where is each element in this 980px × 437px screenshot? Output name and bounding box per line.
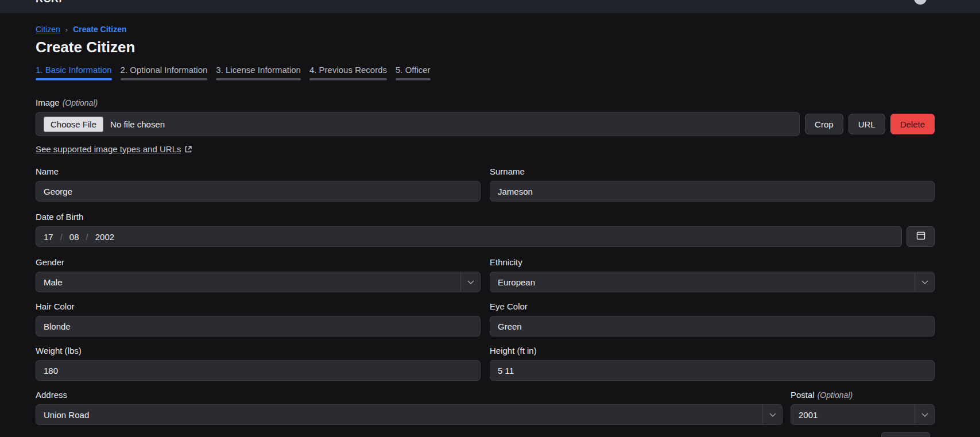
dob-month-segment[interactable]: 08 xyxy=(69,232,79,242)
dob-year-segment[interactable]: 2002 xyxy=(95,232,114,242)
name-field-group: Name George xyxy=(36,167,481,202)
hair-color-field-group: Hair Color Blonde xyxy=(36,301,481,337)
chevron-down-icon xyxy=(460,272,480,292)
choose-file-button[interactable]: Choose File xyxy=(44,117,103,132)
dob-day-segment[interactable]: 17 xyxy=(44,232,53,242)
optional-hint: (Optional) xyxy=(63,98,98,107)
optional-hint: (Optional) xyxy=(818,390,853,400)
dob-separator: / xyxy=(86,232,88,242)
name-input[interactable]: George xyxy=(36,181,481,202)
surname-input[interactable]: Jameson xyxy=(490,181,935,202)
address-select[interactable]: Union Road xyxy=(36,404,783,425)
hair-eye-row: Hair Color Blonde Eye Color Green xyxy=(36,301,935,337)
tab-underline xyxy=(309,78,387,80)
crop-button[interactable]: Crop xyxy=(805,114,843,134)
ethnicity-label: Ethnicity xyxy=(490,257,935,267)
dob-label: Date of Birth xyxy=(36,212,935,222)
gender-field-group: Gender Male xyxy=(36,257,481,292)
tab-basic-information[interactable]: 1. Basic Information xyxy=(36,65,112,80)
supported-image-types-link[interactable]: See supported image types and URLs xyxy=(36,144,181,154)
postal-field-group: Postal(Optional) 2001 xyxy=(791,390,935,425)
hair-color-input[interactable]: Blonde xyxy=(36,316,481,337)
dob-separator: / xyxy=(60,232,63,242)
chevron-down-icon xyxy=(915,272,934,292)
chevron-down-icon xyxy=(915,405,934,424)
gender-ethnicity-row: Gender Male Ethnicity European xyxy=(36,257,935,292)
height-field-group: Height (ft in) 5 11 xyxy=(490,346,935,381)
ethnicity-field-group: Ethnicity European xyxy=(490,257,935,292)
image-field-label: Image(Optional) xyxy=(36,98,935,107)
app-logo[interactable]: RCRP xyxy=(36,0,66,5)
gender-select[interactable]: Male xyxy=(36,272,481,292)
address-postal-row: Address Union Road Postal(Optional) 2001 xyxy=(36,390,935,425)
height-input[interactable]: 5 11 xyxy=(490,360,935,381)
tab-officer[interactable]: 5. Officer xyxy=(396,65,431,80)
breadcrumb-separator-icon: › xyxy=(65,25,68,34)
ethnicity-select[interactable]: European xyxy=(490,272,935,292)
eye-color-field-group: Eye Color Green xyxy=(490,301,935,337)
top-navbar: RCRP xyxy=(0,0,980,13)
tab-underline xyxy=(121,78,208,80)
address-field-group: Address Union Road xyxy=(36,390,783,425)
dob-field-group: Date of Birth 17 / 08 / 2002 xyxy=(36,212,935,247)
dob-input-row: 17 / 08 / 2002 xyxy=(36,226,935,247)
file-input[interactable]: Choose File No file chosen xyxy=(36,112,800,136)
tab-license-information[interactable]: 3. License Information xyxy=(216,65,301,80)
calendar-button[interactable] xyxy=(907,226,935,247)
delete-button[interactable]: Delete xyxy=(890,114,935,134)
name-label: Name xyxy=(36,167,481,176)
tab-previous-records[interactable]: 4. Previous Records xyxy=(309,65,387,80)
user-avatar[interactable] xyxy=(914,0,927,5)
height-label: Height (ft in) xyxy=(490,346,935,355)
surname-field-group: Surname Jameson xyxy=(490,167,935,202)
breadcrumb-create-citizen[interactable]: Create Citizen xyxy=(73,25,126,34)
url-button[interactable]: URL xyxy=(849,114,885,134)
breadcrumb-citizen-link[interactable]: Citizen xyxy=(36,25,60,34)
address-label: Address xyxy=(36,390,783,400)
breadcrumb: Citizen › Create Citizen xyxy=(36,25,935,34)
hair-color-label: Hair Color xyxy=(36,301,481,311)
surname-label: Surname xyxy=(490,167,935,176)
next-step-button-partial[interactable] xyxy=(881,432,930,437)
weight-label: Weight (lbs) xyxy=(36,346,481,355)
external-link-icon xyxy=(184,145,192,153)
tab-optional-information[interactable]: 2. Optional Information xyxy=(121,65,208,80)
postal-label: Postal(Optional) xyxy=(791,390,935,400)
image-upload-row: Choose File No file chosen Crop URL Dele… xyxy=(36,112,935,136)
name-surname-row: Name George Surname Jameson xyxy=(36,167,935,202)
create-citizen-page: Citizen › Create Citizen Create Citizen … xyxy=(0,25,980,425)
eye-color-label: Eye Color xyxy=(490,301,935,311)
eye-color-input[interactable]: Green xyxy=(490,316,935,337)
postal-select[interactable]: 2001 xyxy=(791,404,935,425)
tab-underline xyxy=(216,78,301,80)
calendar-icon xyxy=(916,230,926,243)
chevron-down-icon xyxy=(762,405,782,424)
weight-field-group: Weight (lbs) 180 xyxy=(36,346,481,381)
dob-input[interactable]: 17 / 08 / 2002 xyxy=(36,226,902,247)
weight-height-row: Weight (lbs) 180 Height (ft in) 5 11 xyxy=(36,346,935,381)
tab-underline xyxy=(396,78,431,80)
file-input-status: No file chosen xyxy=(110,119,165,129)
page-title: Create Citizen xyxy=(36,38,935,56)
weight-input[interactable]: 180 xyxy=(36,360,481,381)
supported-image-types-row: See supported image types and URLs xyxy=(36,144,935,154)
tab-bar: 1. Basic Information 2. Optional Informa… xyxy=(36,65,935,80)
gender-label: Gender xyxy=(36,257,481,267)
tab-underline xyxy=(36,78,112,80)
